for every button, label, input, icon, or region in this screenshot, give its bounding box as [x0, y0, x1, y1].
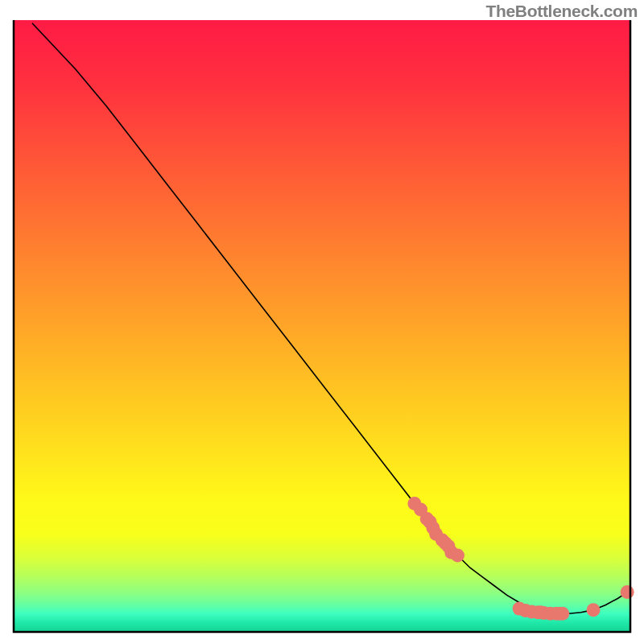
chart-svg [0, 0, 644, 644]
plot-background [14, 20, 630, 632]
scatter-point [621, 585, 634, 599]
scatter-point [587, 603, 601, 617]
chart-container: TheBottleneck.com [0, 0, 644, 644]
watermark-text: TheBottleneck.com [485, 2, 638, 21]
scatter-point [451, 549, 464, 563]
scatter-point [555, 607, 569, 621]
